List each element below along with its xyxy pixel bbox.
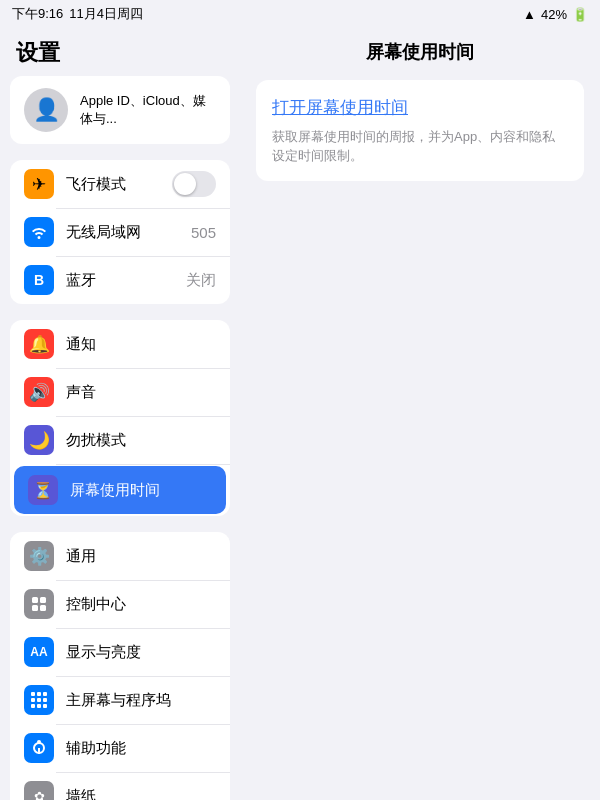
avatar-icon: 👤 bbox=[33, 97, 60, 123]
sidebar-item-wallpaper[interactable]: ✿ 墙纸 bbox=[10, 772, 230, 800]
airplane-toggle[interactable] bbox=[172, 171, 216, 197]
svg-rect-0 bbox=[32, 597, 38, 603]
sidebar-item-wifi[interactable]: 无线局域网 505 bbox=[10, 208, 230, 256]
bluetooth-label: 蓝牙 bbox=[66, 271, 174, 290]
profile-text: Apple ID、iCloud、媒体与... bbox=[80, 92, 216, 128]
svg-rect-8 bbox=[37, 698, 41, 702]
svg-rect-2 bbox=[32, 605, 38, 611]
sound-icon: 🔊 bbox=[24, 377, 54, 407]
main-container: 设置 👤 Apple ID、iCloud、媒体与... ✈ 飞行模式 bbox=[0, 28, 600, 800]
notification-label: 通知 bbox=[66, 335, 216, 354]
battery-text: 42% bbox=[541, 7, 567, 22]
profile-section[interactable]: 👤 Apple ID、iCloud、媒体与... bbox=[10, 76, 230, 144]
sidebar-item-airplane[interactable]: ✈ 飞行模式 bbox=[10, 160, 230, 208]
settings-group-system1: 🔔 通知 🔊 声音 🌙 勿扰模式 ⏳ 屏幕使用时间 bbox=[10, 320, 230, 516]
avatar: 👤 bbox=[24, 88, 68, 132]
sidebar-item-bluetooth[interactable]: B 蓝牙 关闭 bbox=[10, 256, 230, 304]
sidebar-item-accessibility[interactable]: 辅助功能 bbox=[10, 724, 230, 772]
status-bar: 下午9:16 11月4日周四 ▲ 42% 🔋 bbox=[0, 0, 600, 28]
control-icon bbox=[24, 589, 54, 619]
wallpaper-icon: ✿ bbox=[24, 781, 54, 800]
airplane-label: 飞行模式 bbox=[66, 175, 160, 194]
sidebar-item-notification[interactable]: 🔔 通知 bbox=[10, 320, 230, 368]
wifi-value: 505 bbox=[191, 224, 216, 241]
svg-rect-10 bbox=[31, 704, 35, 708]
svg-rect-9 bbox=[43, 698, 47, 702]
homescreen-icon bbox=[24, 685, 54, 715]
status-right: ▲ 42% 🔋 bbox=[523, 7, 588, 22]
svg-rect-12 bbox=[43, 704, 47, 708]
screentime-label: 屏幕使用时间 bbox=[70, 481, 212, 500]
status-left: 下午9:16 11月4日周四 bbox=[12, 5, 143, 23]
dnd-label: 勿扰模式 bbox=[66, 431, 216, 450]
svg-rect-6 bbox=[43, 692, 47, 696]
panel-title: 屏幕使用时间 bbox=[256, 28, 584, 80]
sidebar-item-general[interactable]: ⚙️ 通用 bbox=[10, 532, 230, 580]
settings-group-network: ✈ 飞行模式 无线局域网 505 B 蓝牙 关闭 bbox=[10, 160, 230, 304]
wifi-icon bbox=[24, 217, 54, 247]
svg-rect-1 bbox=[40, 597, 46, 603]
display-label: 显示与亮度 bbox=[66, 643, 216, 662]
toggle-knob bbox=[174, 173, 196, 195]
sound-label: 声音 bbox=[66, 383, 216, 402]
sidebar-item-display[interactable]: AA 显示与亮度 bbox=[10, 628, 230, 676]
svg-rect-7 bbox=[31, 698, 35, 702]
wifi-label: 无线局域网 bbox=[66, 223, 179, 242]
svg-rect-11 bbox=[37, 704, 41, 708]
homescreen-label: 主屏幕与程序坞 bbox=[66, 691, 216, 710]
sidebar-item-homescreen[interactable]: 主屏幕与程序坞 bbox=[10, 676, 230, 724]
svg-rect-3 bbox=[40, 605, 46, 611]
sidebar-item-screentime[interactable]: ⏳ 屏幕使用时间 bbox=[14, 466, 226, 514]
sidebar-title: 设置 bbox=[0, 28, 240, 76]
battery-icon: 🔋 bbox=[572, 7, 588, 22]
bluetooth-icon: B bbox=[24, 265, 54, 295]
svg-rect-4 bbox=[31, 692, 35, 696]
accessibility-icon bbox=[24, 733, 54, 763]
general-label: 通用 bbox=[66, 547, 216, 566]
control-label: 控制中心 bbox=[66, 595, 216, 614]
time: 下午9:16 bbox=[12, 5, 63, 23]
wallpaper-label: 墙纸 bbox=[66, 787, 216, 801]
general-icon: ⚙️ bbox=[24, 541, 54, 571]
dnd-icon: 🌙 bbox=[24, 425, 54, 455]
accessibility-label: 辅助功能 bbox=[66, 739, 216, 758]
sidebar: 设置 👤 Apple ID、iCloud、媒体与... ✈ 飞行模式 bbox=[0, 28, 240, 800]
sidebar-item-sound[interactable]: 🔊 声音 bbox=[10, 368, 230, 416]
panel-card: 打开屏幕使用时间 获取屏幕使用时间的周报，并为App、内容和隐私设定时间限制。 bbox=[256, 80, 584, 181]
sidebar-item-dnd[interactable]: 🌙 勿扰模式 bbox=[10, 416, 230, 464]
panel-description: 获取屏幕使用时间的周报，并为App、内容和隐私设定时间限制。 bbox=[272, 129, 555, 163]
settings-group-system2: ⚙️ 通用 控制中心 AA 显示与亮度 主屏幕与程序坞 bbox=[10, 532, 230, 800]
airplane-icon: ✈ bbox=[24, 169, 54, 199]
date: 11月4日周四 bbox=[69, 5, 143, 23]
bluetooth-value: 关闭 bbox=[186, 271, 216, 290]
display-icon: AA bbox=[24, 637, 54, 667]
right-panel: 屏幕使用时间 打开屏幕使用时间 获取屏幕使用时间的周报，并为App、内容和隐私设… bbox=[240, 28, 600, 800]
sidebar-item-control[interactable]: 控制中心 bbox=[10, 580, 230, 628]
notification-icon: 🔔 bbox=[24, 329, 54, 359]
screentime-icon: ⏳ bbox=[28, 475, 58, 505]
svg-rect-5 bbox=[37, 692, 41, 696]
screen-time-link[interactable]: 打开屏幕使用时间 bbox=[272, 96, 568, 119]
wifi-icon: ▲ bbox=[523, 7, 536, 22]
